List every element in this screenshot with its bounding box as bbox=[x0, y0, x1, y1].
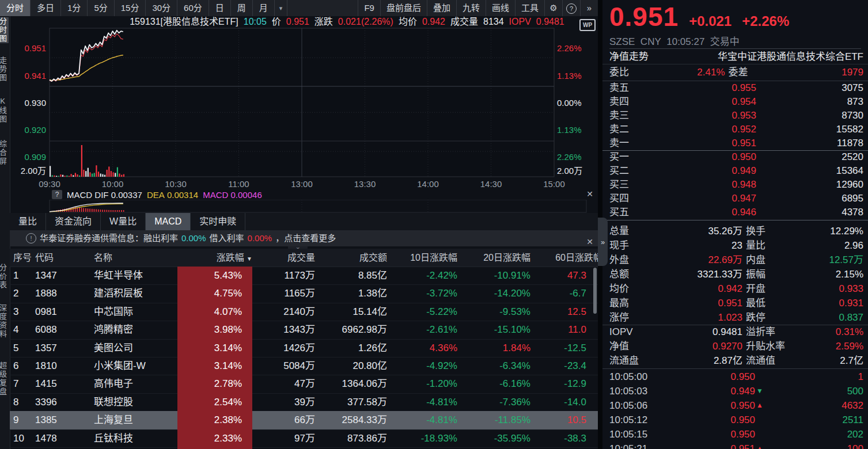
col-header-60d[interactable]: 60日涨跌幅 bbox=[555, 249, 598, 267]
iopv-label: IOPV bbox=[509, 16, 531, 28]
period-tab-1分[interactable]: 1分 bbox=[61, 0, 88, 16]
stat-label: 现手 bbox=[609, 238, 650, 253]
period-tab-多日[interactable]: 多日 bbox=[31, 0, 61, 16]
toolbar-item-九转[interactable]: 九转 bbox=[456, 0, 486, 16]
avg-label: 均价 bbox=[399, 16, 417, 28]
gear-icon[interactable]: ⚙ bbox=[544, 0, 562, 16]
col-header-volume[interactable]: 成交量 bbox=[287, 249, 315, 267]
more-icon[interactable]: » bbox=[580, 0, 598, 16]
main-panel: 分时多日1分5分15分30分60分日周月▾F9盘前盘后叠加九转画线工具⚙?» 分… bbox=[0, 0, 598, 449]
subtab-资金流向[interactable]: 资金流向 bbox=[46, 213, 101, 230]
price-change-pct: +2.26% bbox=[742, 13, 789, 29]
tick-row: 10:05:120.9502511 bbox=[602, 413, 868, 427]
toolbar-item-叠加[interactable]: 叠加 bbox=[427, 0, 456, 16]
weibi-label: 委比 bbox=[609, 65, 650, 80]
orderbook-level-卖一[interactable]: 卖一0.95111878 bbox=[602, 136, 868, 150]
level-volume: 12960 bbox=[756, 178, 863, 192]
tick-arrow-none bbox=[755, 427, 767, 442]
notice-close-icon[interactable]: ✕ bbox=[585, 234, 594, 250]
left-tab-strip: 分时图走势图K线图综合屏分价表深度资料超级复盘 bbox=[0, 16, 10, 449]
level-label: 卖一 bbox=[609, 136, 644, 150]
subtab-实时申赎[interactable]: 实时申赎 bbox=[191, 213, 245, 230]
col-header-10d[interactable]: 10日涨跌幅 bbox=[410, 249, 457, 267]
stat-label: 内盘 bbox=[742, 253, 800, 267]
period-dropdown-icon[interactable]: ▾ bbox=[275, 0, 288, 16]
strip-tab-分价表[interactable]: 分价表 bbox=[0, 264, 9, 290]
col-header-code[interactable]: 代码 bbox=[35, 249, 54, 267]
period-tab-日[interactable]: 日 bbox=[209, 0, 231, 16]
orderbook-level-卖四[interactable]: 卖四0.954873 bbox=[602, 95, 868, 109]
table-row-3396[interactable]: 83396联想控股2.54%39万377.58万-4.81%-7.36%-14.… bbox=[10, 393, 598, 412]
orderbook-level-买二[interactable]: 买二0.94915364 bbox=[602, 164, 868, 178]
stat-label: 流通值 bbox=[742, 353, 800, 368]
orderbook-level-卖三[interactable]: 卖三0.9538730 bbox=[602, 109, 868, 123]
macd-close-icon[interactable]: ✕ bbox=[585, 189, 594, 199]
table-row-1888[interactable]: 21888建滔积层板4.75%1165万1.38亿-3.72%-14.20%-6… bbox=[10, 284, 598, 303]
notice-more-link[interactable]: ，点击查看更多 bbox=[275, 230, 336, 246]
panel-expander-icon[interactable]: » bbox=[598, 218, 608, 266]
indicator-help-icon[interactable]: ? bbox=[52, 190, 62, 199]
level-price: 0.951 bbox=[644, 136, 756, 150]
period-tab-5分[interactable]: 5分 bbox=[88, 0, 114, 16]
table-row-1347[interactable]: 11347华虹半导体5.43%1173万8.85亿-2.42%-10.91%47… bbox=[10, 267, 598, 285]
strip-tab-分时图[interactable]: 分时图 bbox=[0, 17, 9, 43]
period-tab-30分[interactable]: 30分 bbox=[146, 0, 177, 16]
row-code: 1415 bbox=[35, 375, 57, 393]
period-tab-月[interactable]: 月 bbox=[253, 0, 275, 16]
row-10d-change: -3.72% bbox=[426, 284, 457, 302]
table-row-1478[interactable]: 101478丘钛科技2.33%97万873.86万-18.93%-35.95%-… bbox=[10, 429, 598, 448]
strip-tab-走势图[interactable]: 走势图 bbox=[0, 56, 9, 82]
table-row-1357[interactable]: 51357美图公司3.14%1426万1.26亿4.36%1.84%-12.5 bbox=[10, 339, 598, 357]
row-20d-change: -9.53% bbox=[499, 303, 530, 321]
orderbook-level-买五[interactable]: 买五0.9464378 bbox=[602, 206, 868, 219]
subtab-量比[interactable]: 量比 bbox=[10, 213, 46, 230]
stat-row-最高: 最高0.951最低0.931 bbox=[602, 296, 868, 310]
stat-value: 2.7亿 bbox=[800, 353, 863, 368]
y-axis-left-label: 2.00万 bbox=[12, 164, 46, 176]
row-amount: 1.38亿 bbox=[358, 284, 387, 302]
orderbook-level-买三[interactable]: 买三0.94812960 bbox=[602, 178, 868, 192]
help-icon[interactable]: ? bbox=[562, 0, 580, 16]
orderbook-level-买四[interactable]: 买四0.9476895 bbox=[602, 192, 868, 206]
strip-tab-K线图[interactable]: K线图 bbox=[0, 97, 9, 124]
col-header-pct-sorted[interactable]: 涨跌幅 ▼ bbox=[217, 249, 252, 267]
toolbar-item-画线[interactable]: 画线 bbox=[486, 0, 515, 16]
nav-trend-row[interactable]: 净值走势 华宝中证港股通信息技术综合ETF bbox=[602, 50, 868, 64]
period-tab-分时[interactable]: 分时 bbox=[0, 0, 31, 16]
level-price: 0.955 bbox=[644, 81, 756, 95]
subtab-MACD[interactable]: MACD bbox=[146, 213, 191, 230]
orderbook-level-卖二[interactable]: 卖二0.95215582 bbox=[602, 123, 868, 136]
period-tab-60分[interactable]: 60分 bbox=[177, 0, 209, 16]
y-axis-left-label: 0.951 bbox=[12, 43, 46, 53]
col-header-name[interactable]: 名称 bbox=[94, 249, 112, 267]
table-row-1385[interactable]: 91385上海复旦2.38%66万2584.33万-4.81%-11.85%10… bbox=[10, 411, 598, 429]
table-row-1415[interactable]: 71415高伟电子2.78%47万1364.06万-1.20%-6.16%-12… bbox=[10, 375, 598, 393]
table-scrollbar[interactable] bbox=[593, 268, 597, 314]
orderbook-level-买一[interactable]: 买一0.9502520 bbox=[602, 150, 868, 164]
stat-value: 0.942 bbox=[650, 281, 742, 296]
toolbar-item-盘前盘后[interactable]: 盘前盘后 bbox=[380, 0, 427, 16]
row-60d-change: -12.5 bbox=[564, 339, 586, 357]
subtab-W量比[interactable]: W量比 bbox=[101, 213, 146, 230]
col-header-20d[interactable]: 20日涨跌幅 bbox=[483, 249, 530, 267]
level-volume: 11878 bbox=[756, 136, 863, 150]
col-header-seq[interactable]: 序号 bbox=[13, 249, 32, 267]
strip-tab-超级复盘[interactable]: 超级复盘 bbox=[0, 362, 9, 396]
period-tab-周[interactable]: 周 bbox=[231, 0, 253, 16]
strip-tab-深度资料[interactable]: 深度资料 bbox=[0, 304, 9, 338]
row-amount: 8.85亿 bbox=[358, 267, 387, 284]
quote-panel: 0.951 +0.021 +2.26% SZSE CNY 10:05:27 交易… bbox=[602, 0, 868, 449]
toolbar-item-工具[interactable]: 工具 bbox=[515, 0, 544, 16]
period-tab-15分[interactable]: 15分 bbox=[115, 0, 146, 16]
table-row-0981[interactable]: 30981中芯国际4.07%2140万15.14亿-5.22%-9.53%12.… bbox=[10, 303, 598, 321]
strip-tab-综合屏[interactable]: 综合屏 bbox=[0, 140, 9, 166]
toolbar-item-F9[interactable]: F9 bbox=[358, 0, 380, 16]
orderbook-level-卖五[interactable]: 卖五0.9553075 bbox=[602, 81, 868, 95]
col-header-amount[interactable]: 成交额 bbox=[359, 249, 387, 267]
stat-label: 涨停 bbox=[609, 310, 650, 325]
level-price: 0.947 bbox=[644, 192, 756, 206]
table-row-1810[interactable]: 61810小米集团-W3.14%5084万20.80亿-4.92%-6.34%-… bbox=[10, 357, 598, 375]
tick-price: 0.950 bbox=[664, 427, 755, 442]
row-seq: 5 bbox=[13, 339, 18, 357]
table-row-6088[interactable]: 46088鸿腾精密3.98%1343万6962.98万-2.61%-15.10%… bbox=[10, 321, 598, 339]
